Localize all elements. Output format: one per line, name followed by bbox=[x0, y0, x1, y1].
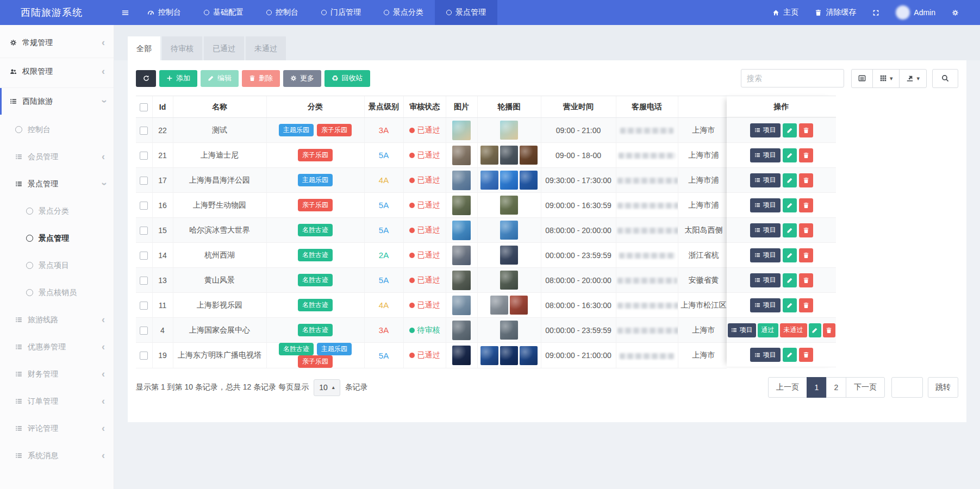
more-button[interactable]: 更多 bbox=[283, 70, 321, 87]
row-delete-button[interactable] bbox=[799, 348, 813, 362]
sidebar-item-2[interactable]: 西陆旅游‹ bbox=[0, 87, 114, 115]
sidebar-item-14[interactable]: 评论管理‹ bbox=[0, 416, 114, 441]
nav-item-2[interactable]: 控制台 bbox=[255, 0, 310, 25]
row-delete-button[interactable] bbox=[799, 298, 813, 312]
carousel-thumbnail[interactable] bbox=[480, 171, 498, 190]
delete-button[interactable]: 删除 bbox=[242, 70, 280, 87]
sidebar-item-10[interactable]: 旅游线路‹ bbox=[0, 308, 114, 332]
image-thumbnail[interactable] bbox=[452, 271, 471, 290]
carousel-thumbnail[interactable] bbox=[500, 346, 518, 365]
row-checkbox[interactable] bbox=[140, 152, 148, 160]
image-thumbnail[interactable] bbox=[452, 321, 471, 340]
sidebar-item-0[interactable]: 常规管理‹ bbox=[0, 30, 114, 55]
row-checkbox[interactable] bbox=[140, 302, 148, 310]
carousel-thumbnail[interactable] bbox=[520, 146, 538, 165]
row-delete-button[interactable] bbox=[799, 198, 813, 212]
row-edit-button[interactable] bbox=[783, 198, 797, 212]
search-input[interactable] bbox=[741, 69, 844, 87]
settings-button[interactable] bbox=[944, 0, 967, 25]
sidebar-toggle-button[interactable] bbox=[114, 0, 136, 25]
page-size-dropdown[interactable]: 10 ▴ bbox=[314, 379, 340, 396]
project-button[interactable]: 项目 bbox=[750, 148, 781, 162]
sidebar-item-9[interactable]: 景点核销员 bbox=[0, 280, 114, 305]
sidebar-item-4[interactable]: 会员管理‹ bbox=[0, 145, 114, 169]
page-jump-button[interactable]: 跳转 bbox=[928, 377, 958, 398]
nav-item-0[interactable]: 控制台 bbox=[136, 0, 192, 25]
image-thumbnail[interactable] bbox=[452, 121, 471, 140]
refresh-button[interactable] bbox=[136, 70, 156, 87]
row-edit-button[interactable] bbox=[809, 323, 821, 337]
row-edit-button[interactable] bbox=[783, 348, 797, 362]
row-delete-button[interactable] bbox=[823, 323, 835, 337]
carousel-thumbnail[interactable] bbox=[500, 146, 518, 165]
carousel-thumbnail[interactable] bbox=[520, 171, 538, 190]
row-checkbox[interactable] bbox=[140, 227, 148, 235]
carousel-thumbnail[interactable] bbox=[500, 246, 518, 265]
row-edit-button[interactable] bbox=[783, 173, 797, 187]
row-checkbox[interactable] bbox=[140, 277, 148, 285]
sidebar-item-6[interactable]: 景点分类 bbox=[0, 199, 114, 223]
project-button[interactable]: 项目 bbox=[728, 323, 756, 337]
sidebar-item-3[interactable]: 控制台 bbox=[0, 117, 114, 142]
add-button[interactable]: 添加 bbox=[159, 70, 197, 87]
select-all-checkbox[interactable] bbox=[140, 103, 148, 111]
sidebar-item-5[interactable]: 景点管理‹ bbox=[0, 172, 114, 196]
sidebar-item-12[interactable]: 财务管理‹ bbox=[0, 362, 114, 386]
image-thumbnail[interactable] bbox=[452, 246, 471, 265]
project-button[interactable]: 项目 bbox=[750, 273, 781, 287]
page-jump-input[interactable] bbox=[891, 377, 923, 398]
project-button[interactable]: 项目 bbox=[750, 298, 781, 312]
nav-item-3[interactable]: 门店管理 bbox=[310, 0, 372, 25]
row-delete-button[interactable] bbox=[799, 248, 813, 262]
sidebar-item-1[interactable]: 权限管理‹ bbox=[0, 58, 114, 85]
row-edit-button[interactable] bbox=[783, 248, 797, 262]
brand[interactable]: 西陆旅游系统 bbox=[0, 0, 114, 25]
image-thumbnail[interactable] bbox=[452, 196, 471, 215]
project-button[interactable]: 项目 bbox=[750, 123, 781, 137]
nav-item-4[interactable]: 景点分类 bbox=[372, 0, 435, 25]
nav-item-1[interactable]: 基础配置 bbox=[192, 0, 255, 25]
prev-page-button[interactable]: 上一页 bbox=[768, 377, 807, 398]
image-thumbnail[interactable] bbox=[452, 221, 471, 240]
fullscreen-button[interactable] bbox=[864, 0, 888, 25]
carousel-thumbnail[interactable] bbox=[480, 146, 498, 165]
row-edit-button[interactable] bbox=[783, 123, 797, 137]
row-checkbox[interactable] bbox=[140, 177, 148, 185]
row-edit-button[interactable] bbox=[783, 298, 797, 312]
row-delete-button[interactable] bbox=[799, 148, 813, 162]
sidebar-item-13[interactable]: 订单管理‹ bbox=[0, 389, 114, 413]
recycle-bin-button[interactable]: ♻ 回收站 bbox=[324, 70, 370, 87]
export-button[interactable]: ▾ bbox=[899, 69, 927, 88]
page-button-1[interactable]: 1 bbox=[807, 377, 827, 398]
page-button-2[interactable]: 2 bbox=[826, 377, 846, 398]
project-button[interactable]: 项目 bbox=[750, 223, 781, 237]
project-button[interactable]: 项目 bbox=[750, 248, 781, 262]
next-page-button[interactable]: 下一页 bbox=[846, 377, 885, 398]
row-checkbox[interactable] bbox=[140, 127, 148, 135]
sidebar-item-8[interactable]: 景点项目 bbox=[0, 253, 114, 278]
sidebar-item-7[interactable]: 景点管理 bbox=[0, 226, 114, 250]
image-thumbnail[interactable] bbox=[452, 146, 471, 165]
detail-view-button[interactable] bbox=[851, 69, 873, 88]
row-delete-button[interactable] bbox=[799, 173, 813, 187]
row-checkbox[interactable] bbox=[140, 252, 148, 260]
tab-0[interactable]: 全部 bbox=[128, 36, 160, 60]
row-delete-button[interactable] bbox=[799, 273, 813, 287]
image-thumbnail[interactable] bbox=[452, 346, 471, 365]
columns-button[interactable]: ▾ bbox=[872, 69, 900, 88]
tab-3[interactable]: 未通过 bbox=[246, 36, 286, 60]
sidebar-item-11[interactable]: 优惠券管理‹ bbox=[0, 335, 114, 359]
row-edit-button[interactable] bbox=[783, 148, 797, 162]
carousel-thumbnail[interactable] bbox=[500, 271, 518, 290]
image-thumbnail[interactable] bbox=[452, 171, 471, 190]
image-thumbnail[interactable] bbox=[452, 296, 471, 315]
search-button[interactable] bbox=[932, 69, 958, 88]
tab-1[interactable]: 待审核 bbox=[162, 36, 202, 60]
row-edit-button[interactable] bbox=[783, 223, 797, 237]
home-link[interactable]: 主页 bbox=[764, 0, 807, 25]
edit-button[interactable]: 编辑 bbox=[201, 70, 239, 87]
row-delete-button[interactable] bbox=[799, 223, 813, 237]
project-button[interactable]: 项目 bbox=[750, 173, 781, 187]
carousel-thumbnail[interactable] bbox=[510, 296, 528, 315]
carousel-thumbnail[interactable] bbox=[500, 171, 518, 190]
